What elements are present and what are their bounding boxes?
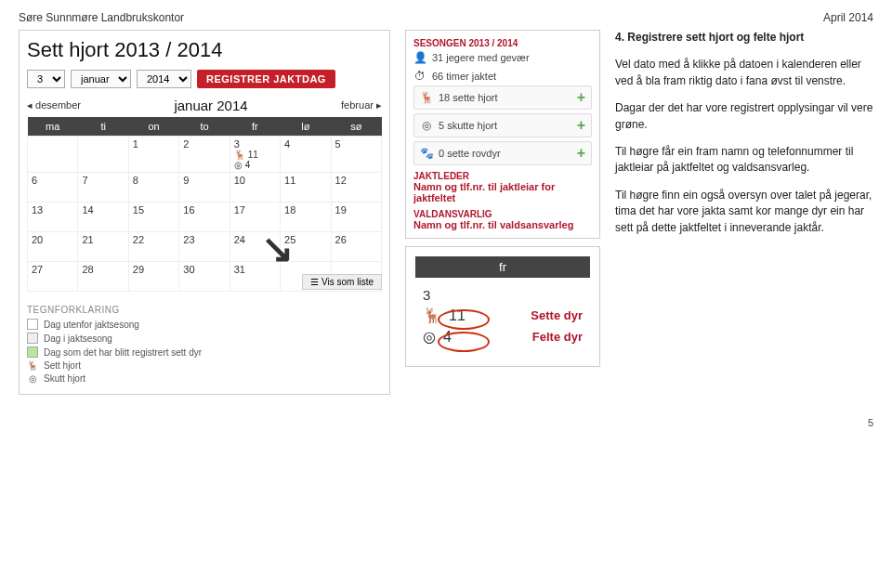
year-select[interactable]: 2014 bbox=[137, 70, 191, 88]
calendar-day[interactable]: 11 bbox=[281, 173, 331, 203]
calendar-day[interactable] bbox=[28, 137, 78, 173]
calendar-day[interactable] bbox=[78, 137, 128, 173]
stat-hunters: 31 jegere med gevær bbox=[432, 52, 530, 63]
prev-month-link[interactable]: ◂ desember bbox=[27, 99, 81, 111]
weekday-header: fr bbox=[230, 117, 280, 137]
calendar-day[interactable]: 29 bbox=[128, 262, 178, 292]
legend-swatch-outside bbox=[27, 319, 38, 330]
stats-panel: SESONGEN 2013 / 2014 👤31 jegere med gevæ… bbox=[405, 30, 600, 239]
legend-label: Sett hjort bbox=[44, 360, 81, 371]
next-month-link[interactable]: februar ▸ bbox=[341, 99, 382, 111]
target-icon: ◎ bbox=[27, 373, 38, 384]
calendar-day[interactable]: 1 bbox=[128, 137, 178, 173]
stat-skutte-box[interactable]: ◎5 skutte hjort + bbox=[413, 113, 592, 137]
legend-title: TEGNFORKLARING bbox=[27, 305, 382, 315]
calendar-day[interactable]: 27 bbox=[28, 262, 78, 292]
day-detail-panel: fr 3 🦌 11 Sette dyr ◎ 4 Felte dyr bbox=[405, 246, 600, 367]
weekday-header: ti bbox=[78, 117, 128, 137]
calendar-day[interactable]: 8 bbox=[128, 173, 178, 203]
annotation-circle bbox=[438, 309, 490, 330]
weekday-header: lø bbox=[281, 117, 331, 137]
month-select[interactable]: januar bbox=[71, 70, 131, 88]
legend-label: Dag i jaktsesong bbox=[44, 333, 112, 344]
vald-label: VALDANSVARLIG bbox=[413, 209, 592, 219]
plus-icon[interactable]: + bbox=[577, 89, 585, 106]
calendar-panel: Sett hjort 2013 / 2014 3 januar 2014 REG… bbox=[19, 30, 390, 395]
stat-rovdyr-box[interactable]: 🐾0 sette rovdyr + bbox=[413, 141, 592, 165]
annotation-circle bbox=[438, 332, 490, 352]
calendar-day[interactable]: 16 bbox=[179, 203, 230, 232]
deer-icon: 🦌 bbox=[420, 91, 433, 104]
stat-hours: 66 timer jaktet bbox=[432, 71, 496, 82]
calendar-table: ma ti on to fr lø sø 1 2 3 🦌11 ◎4 bbox=[27, 117, 382, 292]
calendar-day[interactable]: 19 bbox=[331, 203, 381, 232]
calendar-day[interactable]: 15 bbox=[128, 203, 178, 232]
calendar-day[interactable]: 23 bbox=[179, 232, 230, 262]
calendar-day[interactable]: 2 bbox=[179, 137, 230, 173]
detail-sette-label: Sette dyr bbox=[531, 308, 583, 322]
doc-org: Søre Sunnmøre Landbrukskontor bbox=[19, 11, 184, 24]
calendar-day[interactable]: 24 bbox=[230, 232, 280, 262]
calendar-day[interactable]: 6 bbox=[28, 173, 78, 203]
day-select[interactable]: 3 bbox=[27, 70, 65, 88]
calendar-day[interactable]: 31 bbox=[230, 262, 280, 292]
stat-sette: 18 sette hjort bbox=[439, 92, 498, 103]
instructions-paragraph: Til høgre finn ein også oversyn over tal… bbox=[615, 188, 873, 236]
calendar-day[interactable]: 13 bbox=[28, 203, 78, 232]
weekday-header: ma bbox=[28, 117, 78, 137]
legend-swatch-inside bbox=[27, 333, 38, 344]
register-button[interactable]: REGISTRER JAKTDAG bbox=[197, 70, 335, 88]
plus-icon[interactable]: + bbox=[577, 145, 585, 162]
calendar-day[interactable]: 30 bbox=[179, 262, 230, 292]
detail-day-number: 3 bbox=[423, 287, 583, 303]
calendar-day[interactable]: 21 bbox=[78, 232, 128, 262]
list-view-button[interactable]: ☰ Vis som liste bbox=[302, 274, 382, 290]
calendar-day[interactable]: 18 bbox=[281, 203, 331, 232]
stat-skutte: 5 skutte hjort bbox=[439, 120, 497, 131]
calendar-day[interactable]: 7 bbox=[78, 173, 128, 203]
detail-felte-label: Felte dyr bbox=[532, 330, 583, 344]
calendar-day[interactable]: 9 bbox=[179, 173, 230, 203]
page-title: Sett hjort 2013 / 2014 bbox=[27, 38, 382, 62]
calendar-day[interactable]: 22 bbox=[128, 232, 178, 262]
instructions-panel: 4. Registrere sett hjort og felte hjort … bbox=[615, 30, 873, 395]
target-icon: ◎ bbox=[423, 328, 436, 346]
weekday-header: on bbox=[128, 117, 178, 137]
calendar-day[interactable]: 25 bbox=[281, 232, 331, 262]
jaktleder-text: Namn og tlf.nr. til jaktleiar for jaktfe… bbox=[413, 181, 592, 203]
doc-date: April 2014 bbox=[823, 11, 873, 24]
plus-icon[interactable]: + bbox=[577, 117, 585, 134]
season-label: SESONGEN 2013 / 2014 bbox=[413, 38, 592, 48]
current-month: januar 2014 bbox=[174, 98, 247, 113]
instructions-heading: 4. Registrere sett hjort og felte hjort bbox=[615, 30, 873, 46]
weekday-header: to bbox=[179, 117, 230, 137]
weekday-header: sø bbox=[331, 117, 381, 137]
detail-weekday: fr bbox=[415, 256, 590, 278]
calendar-day[interactable]: 26 bbox=[331, 232, 381, 262]
calendar-day[interactable]: 10 bbox=[230, 173, 280, 203]
legend-label: Skutt hjort bbox=[44, 373, 85, 384]
deer-icon: 🦌 bbox=[234, 150, 245, 160]
legend-swatch-registered bbox=[27, 346, 38, 358]
stat-rovdyr: 0 sette rovdyr bbox=[439, 148, 501, 159]
calendar-day[interactable]: 28 bbox=[78, 262, 128, 292]
calendar-day[interactable]: 3 🦌11 ◎4 bbox=[230, 137, 280, 173]
target-icon: ◎ bbox=[234, 160, 243, 170]
calendar-day[interactable]: 20 bbox=[28, 232, 78, 262]
calendar-day[interactable]: 14 bbox=[78, 203, 128, 232]
legend-label: Dag utenfor jaktsesong bbox=[44, 320, 139, 330]
vald-text: Namn og tlf.nr. til valdsansvarleg bbox=[413, 219, 592, 230]
calendar-day[interactable]: 12 bbox=[331, 173, 381, 203]
hunter-icon: 👤 bbox=[413, 51, 426, 64]
calendar-day[interactable]: 4 bbox=[281, 137, 331, 173]
calendar-day[interactable]: 17 bbox=[230, 203, 280, 232]
jaktleder-label: JAKTLEDER bbox=[413, 171, 592, 181]
stat-sette-box[interactable]: 🦌18 sette hjort + bbox=[413, 85, 592, 110]
instructions-paragraph: Dagar der det har vore registrert opplys… bbox=[615, 100, 873, 133]
day-target-count: 4 bbox=[245, 160, 251, 170]
target-icon: ◎ bbox=[420, 119, 433, 132]
legend: TEGNFORKLARING Dag utenfor jaktsesong Da… bbox=[27, 305, 382, 384]
day-deer-count: 11 bbox=[248, 150, 258, 160]
calendar-day[interactable]: 5 bbox=[331, 137, 381, 173]
instructions-paragraph: Vel dato med å klikke på datoen i kalend… bbox=[615, 57, 873, 89]
